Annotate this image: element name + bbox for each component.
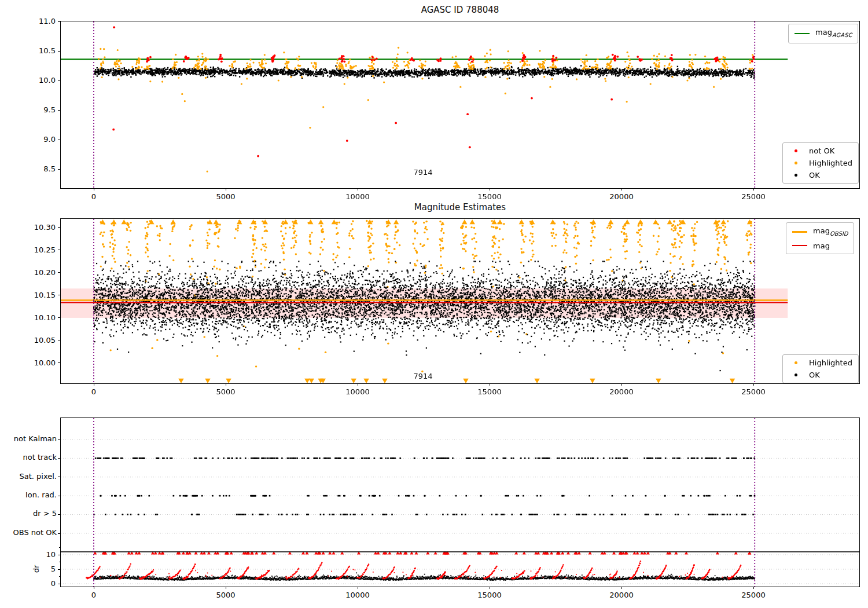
x-tick-mark [621,188,622,191]
y-tick-mark [58,21,60,22]
legend-item-not-ok: not OK [789,146,852,156]
y-tick-mark [58,533,60,534]
x-tick-mark [94,188,94,191]
row-label-dr5: dr > 5 [2,509,57,518]
y-tick-mark [58,584,60,584]
y-tick-label: 10.30 [17,223,56,232]
y-minor-tick-mark [59,576,60,577]
obsid-annotation-top: 7914 [413,168,432,177]
x-tick-mark [226,188,226,191]
y-tick-mark [58,514,60,515]
black-dot-swatch [795,174,797,177]
dr-tick-label: 10 [30,550,56,559]
x-tick-mark [94,587,94,589]
y-tick-mark [58,362,60,363]
legend-item-mag: mag [792,241,848,251]
x-tick-mark [226,383,226,386]
x-tick-mark [753,383,754,386]
red-dot-swatch [795,149,797,152]
plot1-canvas [61,21,859,188]
x-tick-mark [358,587,358,589]
y-minor-tick-mark [59,562,60,562]
x-tick-label: 15000 [477,591,501,599]
legend-label: magOBSID [813,226,848,239]
y-tick-mark [58,169,60,170]
y-tick-label: 10.05 [17,336,56,345]
x-tick-label: 25000 [741,387,765,396]
plot1-title: AGASC ID 788048 [421,5,499,15]
row-label-not-kalman: not Kalman [2,434,57,443]
x-tick-label: 20000 [609,387,633,396]
legend-label: not OK [809,146,834,156]
x-tick-label: 25000 [741,591,765,599]
row-label-not-track: not track [2,453,57,462]
red-line-swatch [792,245,807,246]
legend-item-ok: OK [789,170,852,180]
x-tick-mark [753,587,754,589]
dr-tick-label: 0 [30,579,56,588]
x-tick-mark [490,188,490,191]
legend-label: Highlighted [809,358,852,368]
x-tick-mark [358,188,358,191]
legend-mid-points: Highlighted OK [782,354,859,383]
y-tick-label: 10.10 [17,313,56,322]
y-tick-label: 10.00 [17,358,56,367]
legend-label: mag [813,241,830,251]
legend-label: magAGASC [815,27,852,40]
legend-label: OK [809,170,820,180]
legend-mag-agasc: magAGASC [788,24,858,43]
y-tick-mark [58,496,60,496]
x-tick-label: 5000 [216,591,235,599]
y-tick-mark [58,295,60,295]
legend-item-ok: OK [789,370,852,380]
y-tick-label: 10.25 [17,246,56,254]
legend-top-points: not OK Highlighted OK [782,142,859,184]
y-tick-mark [58,340,60,340]
x-tick-label: 10000 [345,591,369,599]
y-tick-mark [58,250,60,250]
x-tick-label: 20000 [609,192,633,201]
x-tick-mark [490,383,490,386]
plot3-canvas [61,418,859,587]
orange-line-swatch [792,231,807,233]
y-tick-mark [58,439,60,440]
x-tick-label: 0 [91,591,96,599]
y-tick-label: 10.0 [17,76,56,85]
x-tick-mark [621,587,622,589]
figure: AGASC ID 788048 Magnitude Estimates 7914… [0,0,868,608]
x-tick-label: 0 [91,387,96,396]
y-tick-label: 10.5 [17,46,56,55]
dr-tick-label: 5 [30,565,56,573]
orange-dot-swatch [795,162,797,164]
row-label-sat-pixel: Sat. pixel. [2,472,57,481]
y-tick-label: 10.20 [17,268,56,277]
y-tick-mark [58,569,60,570]
y-tick-mark [58,110,60,111]
x-tick-mark [226,587,226,589]
plot1-axes [60,21,860,189]
legend-label: Highlighted [809,158,852,168]
x-tick-mark [94,383,94,386]
x-tick-label: 15000 [477,387,501,396]
green-line-swatch [795,33,810,34]
x-tick-label: 10000 [345,192,369,201]
plot2-title: Magnitude Estimates [414,202,506,213]
orange-dot-swatch [795,361,797,364]
y-tick-mark [58,140,60,140]
x-tick-label: 0 [91,192,96,201]
black-dot-swatch [795,373,797,376]
row-label-ion-rad: Ion. rad. [2,490,57,499]
row-label-obs-not-ok: OBS not OK [2,528,57,537]
legend-item-mag-agasc: magAGASC [795,27,852,40]
y-tick-label: 9.0 [17,135,56,144]
y-minor-tick-mark [59,547,60,548]
y-tick-label: 9.5 [17,105,56,114]
legend-item-highlighted: Highlighted [789,358,852,368]
x-tick-label: 5000 [216,192,235,201]
x-tick-label: 20000 [609,591,633,599]
legend-item-highlighted: Highlighted [789,158,852,168]
y-tick-mark [58,477,60,477]
x-tick-label: 25000 [741,192,765,201]
y-tick-mark [58,80,60,81]
legend-item-mag-obsid: magOBSID [792,226,848,239]
